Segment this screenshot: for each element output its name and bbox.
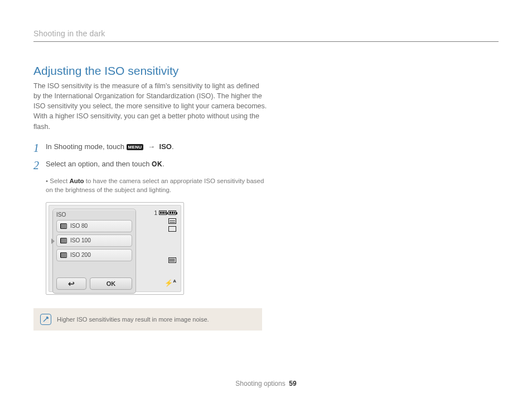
- menu-icon: MENU: [127, 144, 144, 150]
- page: Shooting in the dark Adjusting the ISO s…: [0, 0, 532, 402]
- page-footer: Shooting options 59: [0, 380, 532, 387]
- iso-label: ISO: [159, 142, 172, 151]
- memory-icon: [159, 210, 167, 215]
- arrow-icon: →: [148, 142, 155, 152]
- status-top-row: 1: [154, 210, 176, 216]
- camera-status-icons: 1 ⚡A: [162, 210, 176, 287]
- size-icon: [168, 226, 176, 232]
- period: .: [172, 142, 174, 151]
- iso-icon: [60, 223, 67, 229]
- substep-prefix: Select: [50, 178, 69, 184]
- page-number: 59: [289, 380, 296, 387]
- shot-count: 1: [154, 210, 157, 216]
- iso-icon: [60, 238, 67, 243]
- step-number: 1: [33, 142, 46, 154]
- iso-status-icon: [168, 257, 176, 263]
- note-text: Higher ISO sensitivities may result in m…: [57, 316, 209, 323]
- step-text-part: In Shooting mode, touch: [46, 142, 127, 151]
- steps-list: 1 In Shooting mode, touch MENU → ISO. 2 …: [33, 142, 268, 331]
- battery-icon: [168, 210, 176, 215]
- iso-option-label: ISO 80: [70, 223, 88, 229]
- substep-bold: Auto: [69, 178, 84, 184]
- step-2: 2 Select an option, and then touch OK.: [33, 159, 268, 171]
- quality-icon: [168, 218, 176, 224]
- note-box: Higher ISO sensitivities may result in m…: [33, 308, 262, 331]
- header-rule: [33, 41, 499, 42]
- iso-option-label: ISO 200: [70, 252, 91, 258]
- step-number: 2: [33, 159, 46, 171]
- iso-option-80[interactable]: ISO 80: [56, 220, 132, 232]
- substep: Select Auto to have the camera select an…: [46, 176, 268, 194]
- section-heading: Adjusting the ISO sensitivity: [33, 64, 268, 78]
- note-icon: [40, 314, 51, 325]
- step-1: 1 In Shooting mode, touch MENU → ISO.: [33, 142, 268, 154]
- lead-paragraph: The ISO sensitivity is the measure of a …: [33, 81, 268, 132]
- flash-icon: ⚡A: [165, 279, 176, 287]
- camera-screenshot: ISO ISO 80 ISO 100 ISO 200 ↩ OK: [46, 202, 184, 295]
- step-text: Select an option, and then touch OK.: [46, 159, 165, 171]
- breadcrumb: Shooting in the dark: [33, 29, 499, 38]
- iso-menu-panel: ISO ISO 80 ISO 100 ISO 200 ↩ OK: [52, 209, 136, 294]
- camera-screen: ISO ISO 80 ISO 100 ISO 200 ↩ OK: [49, 205, 181, 292]
- iso-option-list: ISO 80 ISO 100 ISO 200: [53, 219, 136, 261]
- content-column: Adjusting the ISO sensitivity The ISO se…: [33, 64, 268, 331]
- ok-inline-icon: OK: [152, 160, 162, 168]
- period: .: [162, 160, 165, 168]
- iso-icon: [60, 252, 67, 258]
- iso-option-100[interactable]: ISO 100: [56, 234, 132, 247]
- step-text: In Shooting mode, touch MENU → ISO.: [46, 142, 174, 154]
- iso-menu-title: ISO: [53, 209, 136, 219]
- step-text-part: Select an option, and then touch: [46, 160, 152, 168]
- iso-option-200[interactable]: ISO 200: [56, 249, 132, 261]
- iso-menu-buttons: ↩ OK: [56, 277, 132, 290]
- iso-option-label: ISO 100: [70, 237, 91, 243]
- footer-section: Shooting options: [235, 380, 285, 387]
- ok-button[interactable]: OK: [90, 277, 132, 290]
- back-button[interactable]: ↩: [56, 277, 86, 290]
